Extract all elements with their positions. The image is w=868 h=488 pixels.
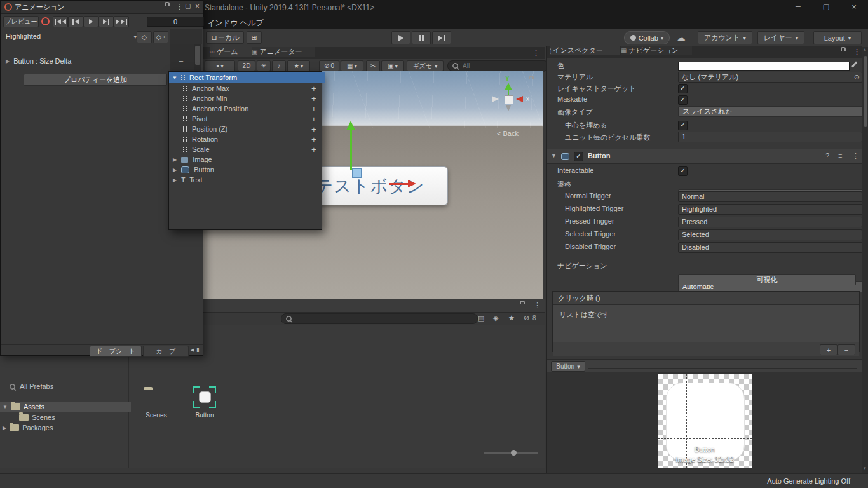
onclick-add-button[interactable]: + — [820, 344, 837, 355]
orientation-gizmo[interactable]: Y x < Back — [488, 71, 543, 138]
menu-group-image[interactable]: ▶ Image — [169, 154, 325, 165]
project-search-field[interactable] — [281, 313, 478, 324]
add-property-plus[interactable]: + — [311, 94, 316, 104]
fold-closed-icon[interactable]: ▶ — [173, 157, 177, 163]
ppu-field[interactable]: 1 — [678, 132, 862, 142]
tabbar-kebab-icon[interactable]: ⋮ — [532, 49, 539, 57]
menu-item-pivot[interactable]: Pivot + — [169, 114, 336, 124]
menu-item-window[interactable]: インドウ — [207, 18, 238, 29]
pressed-trigger-field[interactable]: Pressed — [678, 217, 862, 227]
goto-start-button[interactable] — [53, 16, 68, 27]
asset-item-button[interactable]: Button — [189, 386, 220, 422]
layers-dropdown[interactable]: レイヤー▾ — [757, 31, 804, 44]
presets-icon[interactable]: ≡ — [838, 152, 842, 159]
animation-close-icon[interactable]: × — [195, 2, 200, 11]
fold-open-icon[interactable]: ▼ — [172, 75, 177, 81]
gizmos-dropdown[interactable]: ギズモ ▾ — [407, 60, 444, 71]
record-button[interactable] — [41, 17, 50, 25]
gizmo-x-cone[interactable] — [516, 96, 523, 102]
tab-animator[interactable]: ▣ アニメーター — [252, 47, 315, 57]
collab-dropdown[interactable]: Collab ▾ — [624, 31, 670, 44]
goto-end-button[interactable] — [114, 16, 129, 27]
search-label-icon[interactable]: ◈ — [493, 314, 498, 322]
add-property-plus[interactable]: + — [311, 84, 316, 93]
fold-closed-icon[interactable]: ▶ — [173, 177, 177, 183]
account-dropdown[interactable]: アカウント▾ — [698, 31, 752, 44]
preview-toggle-button[interactable]: プレビュー — [3, 16, 39, 27]
inspector-scrollbar[interactable]: ▼ ▼ — [862, 47, 868, 473]
menu-item-anchor-max[interactable]: Anchor Max + — [169, 83, 336, 93]
inspector-kebab-icon[interactable]: ⋮ — [853, 48, 860, 56]
tab-curves[interactable]: カーブ — [143, 346, 189, 357]
object-picker-icon[interactable]: ⊙ — [854, 72, 860, 82]
scene-search-field[interactable] — [447, 60, 549, 71]
gizmo-y-axis-shaft[interactable] — [350, 130, 352, 170]
eyedropper-icon[interactable] — [851, 61, 857, 67]
button-component-header[interactable]: ▼ ✓ Button ? ≡ ⋮ — [547, 149, 862, 164]
fold-open-icon[interactable]: ▼ — [551, 152, 557, 159]
prev-key-button[interactable] — [68, 16, 83, 27]
menu-item-rotation[interactable]: Rotation + — [169, 134, 336, 144]
project-tree-item-scenes[interactable]: Scenes — [0, 412, 147, 423]
add-property-plus[interactable]: + — [311, 135, 316, 144]
project-tree-item-assets[interactable]: ▼ Assets — [0, 402, 131, 412]
step-button[interactable] — [432, 31, 451, 44]
audio-toggle[interactable]: ♪ — [272, 60, 286, 71]
project-tree-item-packages[interactable]: ▶ Packages — [0, 423, 131, 433]
add-property-plus[interactable]: + — [311, 104, 316, 114]
lighting-status[interactable]: Auto Generate Lighting Off — [767, 477, 850, 485]
maskable-checkbox[interactable]: ✓ — [678, 95, 688, 105]
animation-kebab-icon[interactable]: ⋮ — [176, 3, 183, 11]
material-field[interactable]: なし (マテリアル) ⊙ — [678, 72, 862, 83]
fill-center-checkbox[interactable]: ✓ — [678, 121, 688, 130]
scrollbar-thumb[interactable] — [864, 56, 867, 127]
fold-closed-icon[interactable]: ▶ — [173, 167, 177, 173]
minimize-button[interactable]: ─ — [785, 3, 811, 10]
collab-history-button[interactable]: ⊞ — [247, 31, 262, 44]
scroll-up-icon[interactable]: ▼ — [863, 48, 867, 51]
menu-group-button[interactable]: ▶ Button — [169, 165, 325, 175]
visualize-button[interactable]: 可視化 — [678, 274, 856, 285]
project-tree-item-all-prefabs[interactable]: All Prefabs — [0, 381, 137, 391]
asset-item-scenes[interactable]: Scenes — [141, 386, 172, 422]
animated-property-row[interactable]: ▶ Button : Size Delta — [1, 56, 174, 66]
menu-item-anchor-min[interactable]: Anchor Min + — [169, 93, 336, 104]
selected-trigger-field[interactable]: Selected — [678, 229, 862, 240]
menu-item-rect-transform[interactable]: ▼ Rect Transform — [169, 72, 325, 83]
preview-selector[interactable]: Button ▾ — [551, 361, 585, 372]
highlighted-trigger-field[interactable]: Highlighted — [678, 204, 862, 215]
fold-closed-icon[interactable]: ▶ — [6, 58, 10, 64]
layout-dropdown[interactable]: Layout▾ — [813, 31, 862, 44]
effects-dropdown[interactable]: ★ ▾ — [287, 60, 310, 71]
color-swatch[interactable] — [678, 62, 850, 71]
hidden-count-icon[interactable]: ⊘ — [524, 314, 529, 322]
lighting-toggle[interactable]: ☀ — [257, 60, 271, 71]
add-keyframe-button[interactable]: ◇ — [137, 31, 152, 43]
project-search-input[interactable] — [295, 315, 456, 323]
disabled-trigger-field[interactable]: Disabled — [678, 242, 862, 253]
preview-header[interactable]: Button ▾ — [547, 359, 862, 373]
hidden-objects-count[interactable]: ⊘ 0 — [319, 60, 339, 71]
favorites-star-icon[interactable]: ★ — [508, 314, 515, 322]
play-button[interactable] — [391, 31, 410, 44]
preview-drag-handle[interactable] — [588, 365, 857, 369]
tool-cut-button[interactable]: ✂ — [366, 60, 380, 71]
interactable-checkbox[interactable]: ✓ — [678, 166, 688, 176]
help-icon[interactable]: ? — [825, 152, 829, 159]
gizmo-cube[interactable] — [505, 95, 513, 104]
grid-dropdown[interactable]: ▦ ▾ — [341, 60, 363, 71]
component-kebab-icon[interactable]: ⋮ — [852, 152, 859, 160]
gizmo-x-axis-shaft[interactable] — [389, 183, 408, 185]
cloud-icon[interactable]: ☁ — [676, 32, 686, 44]
onclick-remove-button[interactable]: − — [837, 344, 855, 355]
drawmode-dropdown[interactable]: ● ▾ — [205, 60, 235, 71]
animation-titlebar[interactable]: アニメーション ⋮ ▢ × — [1, 1, 203, 14]
add-property-plus[interactable]: + — [311, 145, 316, 154]
add-property-plus[interactable]: + — [311, 125, 316, 134]
fold-open-icon[interactable]: ▼ — [3, 404, 8, 410]
gizmo-view-label[interactable]: < Back — [497, 130, 519, 137]
pane-icon[interactable]: ▮ — [196, 347, 199, 353]
menu-item-help[interactable]: ヘルプ — [240, 18, 264, 29]
tab-game[interactable]: ∞ ゲーム — [210, 47, 252, 57]
fold-closed-icon[interactable]: ▶ — [3, 425, 6, 431]
